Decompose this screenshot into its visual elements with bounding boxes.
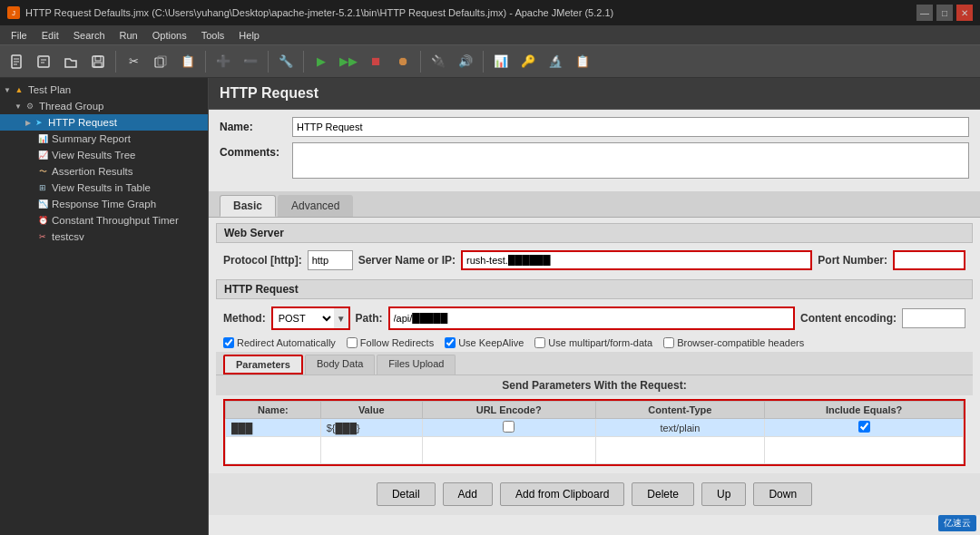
sidebar-item-assertionresults[interactable]: 〜 Assertion Results [0,163,208,180]
close-button[interactable]: ✕ [956,5,973,21]
params-table-container: Name: Value URL Encode? Content-Type Inc… [223,399,965,466]
checkbox-keepalive[interactable]: Use KeepAlive [445,337,524,348]
toolbar-analyzer[interactable]: 📊 [488,49,514,74]
urlencode-check[interactable] [503,421,514,433]
toolbar-start-nopause[interactable]: ▶▶ [336,49,361,74]
toolbar: ✂ 📋 ➕ ➖ 🔧 ▶ ▶▶ ⏹ ⏺ 🔌 🔊 📊 🔑 🔬 📋 [0,45,980,78]
encoding-label: Content encoding: [800,312,897,325]
sidebar-item-summaryreport[interactable]: 📊 Summary Report [0,131,208,147]
up-button[interactable]: Up [701,482,746,506]
expand-arrow-tg[interactable]: ▼ [15,102,22,111]
sidebar-item-label: Test Plan [28,84,71,95]
toolbar-save[interactable] [85,49,111,74]
browser-checkbox[interactable] [663,337,674,348]
params-table: Name: Value URL Encode? Content-Type Inc… [225,401,964,464]
sidebar-item-httprequest[interactable]: ▶ ➤ HTTP Request [0,114,208,131]
down-button[interactable]: Down [753,482,812,506]
expand-arrow-hr[interactable]: ▶ [25,119,31,127]
sub-tab-parameters[interactable]: Parameters [223,355,303,374]
comments-row: Comments: [220,142,969,179]
menu-options[interactable]: Options [145,25,194,44]
window-controls[interactable]: — □ ✕ [916,5,973,21]
redirect-checkbox[interactable] [223,337,234,348]
sidebar-item-label-ar: Assertion Results [52,166,132,177]
sidebar: ▼ ▲ Test Plan ▼ ⚙ Thread Group ▶ ➤ HTTP … [0,78,209,535]
sidebar-item-testcsv[interactable]: ✂ testcsv [0,229,208,245]
responsetimegraph-icon: 📉 [36,198,49,210]
tab-basic[interactable]: Basic [220,195,276,217]
toolbar-help[interactable]: 🔑 [515,49,541,74]
port-input[interactable] [893,250,965,270]
sidebar-item-viewresultstable[interactable]: ⊞ View Results in Table [0,180,208,196]
name-label: Name: [220,121,292,133]
toolbar-expand[interactable]: ➕ [211,49,236,74]
add-clipboard-button[interactable]: Add from Clipboard [500,482,624,506]
maximize-button[interactable]: □ [936,5,953,21]
toolbar-toggle[interactable]: 🔧 [273,49,299,74]
name-input[interactable] [292,117,969,137]
keepalive-checkbox[interactable] [445,337,456,348]
server-input[interactable] [461,250,812,270]
send-params-label: Send Parameters With the Request: [216,375,973,395]
menu-tools[interactable]: Tools [194,25,232,44]
checkbox-follow[interactable]: Follow Redirects [347,337,434,348]
web-server-header: Web Server [216,223,973,243]
toolbar-copy[interactable] [148,49,173,74]
window-title: HTTP Request Defaults.jmx (C:\Users\yuha… [25,7,613,18]
multipart-checkbox[interactable] [534,337,545,348]
comments-input[interactable] [292,142,969,179]
sidebar-item-threadgroup[interactable]: ▼ ⚙ Thread Group [0,98,208,114]
follow-checkbox[interactable] [347,337,358,348]
toolbar-open[interactable] [58,49,83,74]
method-select[interactable]: POST GET PUT DELETE [273,308,334,328]
empty-cell-5 [765,437,964,464]
method-dropdown-arrow: ▼ [334,314,348,324]
toolbar-paste[interactable]: 📋 [175,49,201,74]
toolbar-cut[interactable]: ✂ [121,49,146,74]
detail-button[interactable]: Detail [377,482,436,506]
checkbox-browser[interactable]: Browser-compatible headers [663,337,804,348]
sub-tab-filesupload[interactable]: Files Upload [377,355,456,374]
minimize-button[interactable]: — [916,5,933,21]
toolbar-sep-4 [303,51,304,73]
tabs-bar: Basic Advanced [209,191,980,218]
sidebar-item-viewresultstree[interactable]: 📈 View Results Tree [0,147,208,163]
sidebar-item-responsetimegraph[interactable]: 📉 Response Time Graph [0,196,208,212]
menu-help[interactable]: Help [231,25,267,44]
delete-button[interactable]: Delete [632,482,694,506]
toolbar-clear[interactable]: 📋 [570,49,595,74]
sidebar-item-label-vrit: View Results in Table [52,182,151,193]
col-urlencode: URL Encode? [422,402,595,419]
checkbox-multipart[interactable]: Use multipart/form-data [534,337,652,348]
sidebar-item-constantthroughput[interactable]: ⏰ Constant Throughput Timer [0,212,208,229]
menu-edit[interactable]: Edit [34,25,66,44]
cell-value: ${███} [320,419,422,437]
expand-arrow[interactable]: ▼ [4,86,11,94]
menu-file[interactable]: File [4,25,34,44]
encoding-input[interactable] [902,308,965,328]
toolbar-shutdown[interactable]: ⏺ [390,49,416,74]
sub-tab-bodydata[interactable]: Body Data [305,355,375,374]
add-button[interactable]: Add [443,482,493,506]
toolbar-templates[interactable] [31,49,56,74]
menu-search[interactable]: Search [66,25,113,44]
protocol-input[interactable] [308,250,353,270]
checkbox-redirect[interactable]: Redirect Automatically [223,337,336,348]
toolbar-start[interactable]: ▶ [309,49,334,74]
tab-advanced[interactable]: Advanced [278,195,353,217]
toolbar-stop[interactable]: ⏹ [363,49,388,74]
toolbar-remote-start[interactable]: 🔌 [426,49,451,74]
summaryreport-icon: 📊 [36,132,49,145]
toolbar-collapse[interactable]: ➖ [238,49,263,74]
table-row[interactable]: ███ ${███} text/plain [226,419,964,437]
sidebar-item-label-ctt: Constant Throughput Timer [52,215,179,226]
menu-run[interactable]: Run [113,25,145,44]
toolbar-new[interactable] [4,49,29,74]
includeequals-check[interactable] [858,421,870,433]
sidebar-item-testplan[interactable]: ▼ ▲ Test Plan [0,82,208,98]
toolbar-search[interactable]: 🔬 [543,49,568,74]
toolbar-remote-stop[interactable]: 🔊 [453,49,478,74]
path-input[interactable] [390,308,793,328]
keepalive-label: Use KeepAlive [458,337,524,348]
redirect-label: Redirect Automatically [237,337,336,348]
